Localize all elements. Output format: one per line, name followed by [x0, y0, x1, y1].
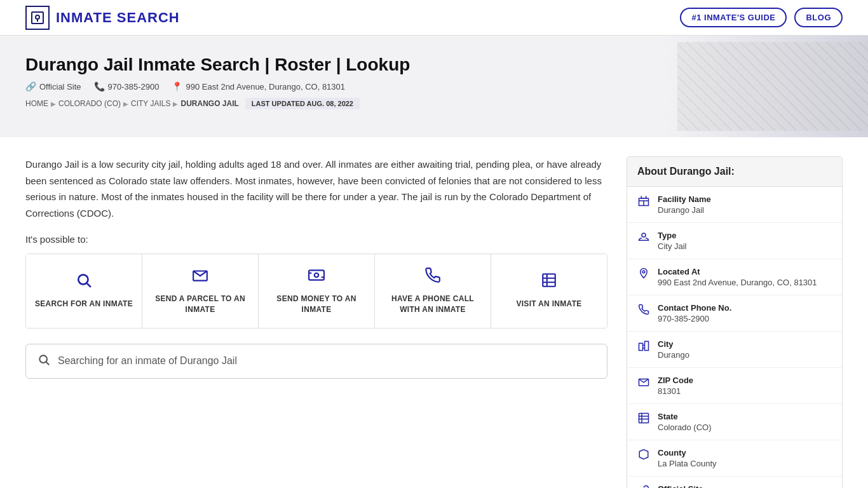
action-card-search[interactable]: SEARCH FOR AN INMATE — [26, 254, 142, 328]
sidebar-row-phone: Contact Phone No. 970-385-2900 — [627, 295, 842, 332]
county-icon — [637, 449, 650, 463]
facility-name-label: Facility Name — [658, 194, 711, 204]
official-site-icon — [637, 485, 650, 488]
located-at-value: 990 East 2nd Avenue, Durango, CO, 81301 — [658, 278, 817, 287]
svg-rect-0 — [32, 12, 43, 24]
search-icon — [76, 272, 92, 292]
facility-icon — [637, 195, 650, 210]
sidebar-row-type: Type City Jail — [627, 223, 842, 259]
svg-point-6 — [315, 273, 319, 278]
phone-label: Contact Phone No. — [658, 303, 731, 313]
phone-call-icon — [424, 267, 441, 287]
zip-icon — [637, 376, 650, 391]
svg-point-19 — [642, 271, 645, 273]
contact-phone-icon — [637, 304, 650, 318]
sidebar-row-county: County La Plata County — [627, 440, 842, 477]
city-icon — [637, 340, 650, 355]
phone-icon: 📞 — [94, 81, 105, 92]
official-site-sidebar-label: Official Site — [658, 484, 703, 488]
header: INMATE SEARCH #1 INMATE'S GUIDE BLOG — [0, 0, 868, 36]
action-label-parcel: SEND A PARCEL TO AN INMATE — [149, 294, 252, 315]
zip-label: ZIP Code — [658, 376, 693, 385]
official-site-meta[interactable]: 🔗 Official Site — [25, 81, 81, 92]
state-label: State — [658, 412, 712, 421]
action-label-money: SEND MONEY TO AN INMATE — [265, 294, 368, 315]
svg-point-1 — [36, 15, 39, 19]
location-at-icon — [637, 268, 650, 282]
state-icon — [637, 412, 650, 427]
sidebar-content-county: County La Plata County — [658, 448, 717, 468]
visit-icon — [541, 272, 557, 292]
city-value: Durango — [658, 350, 689, 360]
breadcrumb-sep-2: ▶ — [123, 100, 128, 107]
sidebar-row-official-site[interactable]: Official Site — [627, 477, 842, 488]
phone-value: 970-385-2900 — [108, 82, 159, 92]
hero-content: Durango Jail Inmate Search | Roster | Lo… — [25, 55, 843, 109]
address-value: 990 East 2nd Avenue, Durango, CO, 81301 — [186, 82, 345, 92]
possible-label: It's possible to: — [25, 234, 607, 245]
city-label: City — [658, 339, 689, 349]
logo-area[interactable]: INMATE SEARCH — [25, 6, 180, 30]
breadcrumb-sep-1: ▶ — [51, 100, 56, 107]
logo-text: INMATE SEARCH — [56, 10, 180, 26]
sidebar-title: About Durango Jail: — [627, 157, 842, 187]
svg-rect-20 — [639, 343, 643, 350]
search-bar-placeholder: Searching for an inmate of Durango Jail — [58, 355, 237, 367]
svg-marker-29 — [639, 450, 648, 459]
action-card-visit[interactable]: VISIT AN INMATE — [491, 254, 607, 328]
breadcrumb-home[interactable]: HOME — [25, 99, 48, 108]
breadcrumb-state[interactable]: COLORADO (CO) — [58, 99, 121, 108]
zip-value: 81301 — [658, 386, 693, 396]
action-card-money[interactable]: SEND MONEY TO AN INMATE — [259, 254, 375, 328]
header-nav: #1 INMATE'S GUIDE BLOG — [680, 8, 843, 27]
sidebar-row-city: City Durango — [627, 332, 842, 368]
svg-point-18 — [642, 233, 646, 237]
sidebar-box: About Durango Jail: Facility Name Durang… — [627, 156, 843, 488]
link-icon: 🔗 — [25, 81, 36, 92]
svg-line-14 — [46, 362, 50, 365]
sidebar-row-zip: ZIP Code 81301 — [627, 368, 842, 404]
address-meta: 📍 990 East 2nd Avenue, Durango, CO, 8130… — [172, 81, 345, 92]
svg-rect-9 — [543, 274, 555, 287]
svg-point-13 — [39, 355, 47, 363]
type-label: Type — [658, 231, 687, 240]
action-card-parcel[interactable]: SEND A PARCEL TO AN INMATE — [142, 254, 259, 328]
type-value: City Jail — [658, 241, 687, 251]
county-label: County — [658, 448, 717, 458]
sidebar-row-located-at: Located At 990 East 2nd Avenue, Durango,… — [627, 259, 842, 295]
action-card-phone[interactable]: HAVE A PHONE CALL WITH AN INMATE — [375, 254, 491, 328]
sidebar-content-state: State Colorado (CO) — [658, 412, 712, 432]
sidebar-content-phone: Contact Phone No. 970-385-2900 — [658, 303, 731, 323]
content-column: Durango Jail is a low security city jail… — [25, 156, 627, 379]
phone-value-sidebar: 970-385-2900 — [658, 314, 731, 323]
description-text: Durango Jail is a low security city jail… — [25, 156, 607, 221]
located-at-label: Located At — [658, 267, 817, 276]
svg-rect-5 — [309, 270, 324, 280]
parcel-icon — [192, 267, 208, 287]
guide-button[interactable]: #1 INMATE'S GUIDE — [680, 8, 787, 27]
sidebar-content-type: Type City Jail — [658, 231, 687, 251]
phone-meta[interactable]: 📞 970-385-2900 — [94, 81, 159, 92]
search-bar[interactable]: Searching for an inmate of Durango Jail — [25, 344, 607, 379]
sidebar-content-located-at: Located At 990 East 2nd Avenue, Durango,… — [658, 267, 817, 287]
breadcrumb-current: DURANGO JAIL — [180, 99, 238, 108]
blog-button[interactable]: BLOG — [794, 8, 843, 27]
breadcrumb: HOME ▶ COLORADO (CO) ▶ CITY JAILS ▶ DURA… — [25, 99, 239, 108]
sidebar-content-official-site: Official Site — [658, 484, 703, 488]
type-icon — [637, 231, 650, 246]
page-title: Durango Jail Inmate Search | Roster | Lo… — [25, 55, 843, 75]
breadcrumb-category[interactable]: CITY JAILS — [131, 99, 170, 108]
meta-row: 🔗 Official Site 📞 970-385-2900 📍 990 Eas… — [25, 81, 843, 92]
action-label-phone: HAVE A PHONE CALL WITH AN INMATE — [381, 294, 484, 315]
svg-line-3 — [87, 283, 91, 287]
breadcrumb-sep-3: ▶ — [173, 100, 178, 107]
svg-point-2 — [78, 275, 88, 285]
facility-name-value: Durango Jail — [658, 205, 711, 215]
main-layout: Durango Jail is a low security city jail… — [0, 137, 868, 488]
sidebar: About Durango Jail: Facility Name Durang… — [627, 156, 843, 488]
money-icon — [308, 267, 325, 287]
county-value: La Plata County — [658, 459, 717, 468]
svg-rect-21 — [645, 341, 649, 350]
state-value: Colorado (CO) — [658, 423, 712, 432]
svg-rect-25 — [639, 414, 649, 423]
